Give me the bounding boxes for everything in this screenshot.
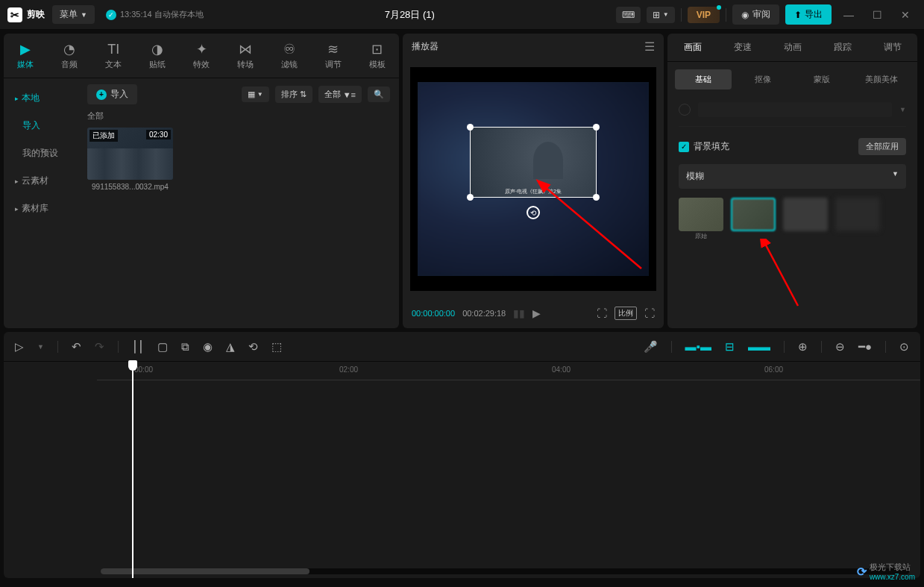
filter-all-button[interactable]: 全部 ▼≡ <box>318 86 362 103</box>
blur-dropdown[interactable]: 模糊 ▼ <box>679 164 906 189</box>
search-button[interactable]: 🔍 <box>368 87 390 102</box>
tab-sticker[interactable]: ◑贴纸 <box>136 34 180 78</box>
media-grid: +导入 ▦ ▼ 排序 ⇅ 全部 ▼≡ 🔍 全部 已添加 02:30 991155… <box>78 78 399 328</box>
play-button[interactable]: ▶ <box>532 307 541 319</box>
sidebar-cloud[interactable]: ▸云素材 <box>4 167 78 195</box>
delete-right-icon[interactable]: ⧉ <box>181 340 189 354</box>
tab-filter[interactable]: ♾滤镜 <box>267 34 311 78</box>
close-button[interactable]: ✕ <box>894 9 917 21</box>
view-grid-button[interactable]: ▦ ▼ <box>242 87 269 102</box>
subtab-mask[interactable]: 蒙版 <box>794 69 851 90</box>
blur-option-2[interactable] <box>731 198 776 231</box>
tab-adjust[interactable]: ≋调节 <box>311 34 355 78</box>
delete-left-icon[interactable]: ▢ <box>157 340 168 354</box>
tab-effect[interactable]: ✦特效 <box>180 34 224 78</box>
tab-template[interactable]: ⊡模板 <box>355 34 399 78</box>
clip-duration: 02:30 <box>146 130 171 139</box>
sort-button[interactable]: 排序 ⇅ <box>275 86 312 103</box>
rotate-icon[interactable]: ⟲ <box>248 340 258 354</box>
sidebar-import[interactable]: 导入 <box>4 112 78 139</box>
preview-icon[interactable]: ⊕ <box>798 340 808 354</box>
undo-icon[interactable]: ↶ <box>72 340 81 354</box>
subtab-basic[interactable]: 基础 <box>675 69 732 90</box>
watermark-logo-icon: ⟳ <box>857 565 867 579</box>
sidebar-presets[interactable]: 我的预设 <box>4 139 78 167</box>
sidebar-library[interactable]: ▸素材库 <box>4 195 78 222</box>
blur-option-4[interactable] <box>835 198 880 231</box>
player-controls: 00:00:00:00 00:02:29:18 ▮▮ ▶ ⛶ 比例 ⛶ <box>403 298 664 328</box>
freeze-icon[interactable]: ◉ <box>203 340 213 354</box>
playhead[interactable] <box>132 362 133 578</box>
tab-adjustment[interactable]: 调节 <box>867 34 917 61</box>
mic-icon[interactable]: 🎤 <box>644 340 658 354</box>
search-icon: 🔍 <box>374 90 384 99</box>
keyboard-icon[interactable]: ⌨ <box>616 7 641 23</box>
blur-option-3[interactable] <box>783 198 828 231</box>
resize-handle-tl[interactable] <box>467 124 474 131</box>
apply-all-button[interactable]: 全部应用 <box>858 138 906 155</box>
disabled-row: ▼ <box>679 104 906 127</box>
transition-icon: ⋈ <box>239 41 252 57</box>
tab-transition[interactable]: ⋈转场 <box>223 34 267 78</box>
rotate-handle[interactable]: ⟲ <box>527 206 540 219</box>
import-button[interactable]: +导入 <box>87 84 137 104</box>
tab-animation[interactable]: 动画 <box>767 34 817 61</box>
magnet-main-icon[interactable]: ▬▪▬ <box>685 340 711 353</box>
link-icon[interactable]: ▬▬ <box>748 340 770 353</box>
select-tool-icon[interactable]: ▷ <box>15 340 24 354</box>
review-button[interactable]: ◉审阅 <box>732 4 779 25</box>
export-button[interactable]: ⬆导出 <box>785 4 832 25</box>
sticker-icon: ◑ <box>151 41 163 57</box>
resize-handle-tr[interactable] <box>593 124 600 131</box>
zoom-slider[interactable]: ━● <box>858 340 872 354</box>
tab-text[interactable]: TI文本 <box>92 34 136 78</box>
player-title: 播放器 <box>412 40 439 53</box>
redo-icon[interactable]: ↷ <box>95 340 104 354</box>
crop-tool-icon[interactable]: ⬚ <box>271 340 282 354</box>
player-panel: 播放器 ☰ 原声·电视《狂飙》第2集 ⟲ <box>403 34 664 328</box>
mirror-icon[interactable]: ◮ <box>226 340 235 354</box>
added-badge: 已添加 <box>89 130 118 142</box>
minimize-button[interactable]: — <box>837 9 860 21</box>
subtab-beauty[interactable]: 美颜美体 <box>853 69 910 90</box>
clip-filename: 991155838...0032.mp4 <box>87 183 173 191</box>
fullscreen-icon[interactable]: ⛶ <box>644 307 655 319</box>
maximize-button[interactable]: ☐ <box>866 9 888 21</box>
sidebar-local[interactable]: ▸本地 <box>4 84 78 112</box>
section-label: 全部 <box>87 110 390 122</box>
tab-canvas[interactable]: 画面 <box>667 34 717 61</box>
resize-handle-br[interactable] <box>593 194 600 201</box>
timeline-ruler[interactable]: 00:00 02:00 04:00 06:00 <box>97 362 920 380</box>
tab-tracking[interactable]: 跟踪 <box>817 34 867 61</box>
prev-frame-icon[interactable]: ▮▮ <box>513 307 525 319</box>
zoom-fit-icon[interactable]: ⊙ <box>899 340 909 354</box>
blur-option-1[interactable]: 原始 <box>679 198 723 231</box>
timeline-toolbar: ▷ ▼ ↶ ↷ ⎮⎮ ▢ ⧉ ◉ ◮ ⟲ ⬚ 🎤 ▬▪▬ ⊟ ▬▬ ⊕ ⊖ ━●… <box>4 332 920 362</box>
crop-icon[interactable]: ⛶ <box>597 307 607 319</box>
timeline-scrollbar[interactable] <box>101 568 909 574</box>
tab-media[interactable]: ▶媒体 <box>4 34 48 78</box>
vip-button[interactable]: VIP <box>688 7 720 23</box>
media-clip-item[interactable]: 已添加 02:30 991155838...0032.mp4 <box>87 128 173 191</box>
annotation-arrow-2 <box>753 239 828 313</box>
layout-icon[interactable]: ⊞ ▼ <box>647 7 675 23</box>
split-icon[interactable]: ⎮⎮ <box>132 340 144 354</box>
tab-audio[interactable]: ◔音频 <box>48 34 92 78</box>
subtab-cutout[interactable]: 抠像 <box>735 69 791 90</box>
tab-speed[interactable]: 变速 <box>717 34 767 61</box>
watermark: ⟳ 极光下载站 www.xz7.com <box>857 562 915 581</box>
main-area: ▶媒体 ◔音频 TI文本 ◑贴纸 ✦特效 ⋈转场 ♾滤镜 ≋调节 ⊡模板 ▸本地… <box>0 30 924 332</box>
filter-icon: ♾ <box>283 41 295 57</box>
video-frame[interactable]: 原声·电视《狂飙》第2集 ⟲ <box>470 127 597 198</box>
player-menu-icon[interactable]: ☰ <box>644 40 655 54</box>
blur-presets: 原始 <box>679 198 906 231</box>
ratio-button[interactable]: 比例 <box>615 307 637 320</box>
player-canvas[interactable]: 原声·电视《狂飙》第2集 ⟲ <box>410 67 656 291</box>
menu-dropdown[interactable]: 菜单▼ <box>52 5 95 24</box>
bg-fill-checkbox[interactable]: ✓ 背景填充 <box>679 140 729 153</box>
resize-handle-bl[interactable] <box>467 194 474 201</box>
project-title: 7月28日 (1) <box>204 8 616 22</box>
zoom-out-icon[interactable]: ⊖ <box>835 340 845 354</box>
effect-icon: ✦ <box>196 41 207 57</box>
magnet-track-icon[interactable]: ⊟ <box>725 340 735 354</box>
